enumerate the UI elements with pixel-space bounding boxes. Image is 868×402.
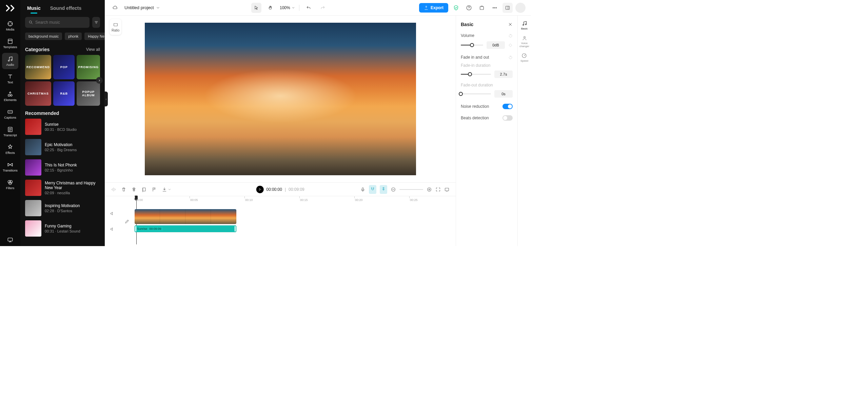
fade-in-slider[interactable] — [461, 74, 491, 75]
rail-item-transitions[interactable]: Transitions — [2, 159, 18, 175]
cloud-sync-icon[interactable] — [110, 3, 120, 13]
recommended-title: Recommended — [25, 110, 59, 116]
rail-item-elements[interactable]: Elements — [2, 88, 18, 104]
panel-toggle-button[interactable] — [502, 3, 513, 13]
category-card[interactable]: POP — [53, 55, 75, 79]
chip[interactable]: phonk — [65, 33, 82, 40]
ratio-button[interactable]: Ratio — [110, 19, 121, 35]
chevron-down-icon — [156, 6, 160, 10]
tab-sound-effects[interactable]: Sound effects — [50, 5, 82, 11]
search-music-box[interactable] — [25, 17, 90, 28]
category-card[interactable]: POPUP ALBUM — [77, 81, 100, 106]
audio-clip-name: Sunrise — [137, 227, 147, 230]
redo-button[interactable] — [318, 3, 328, 13]
split-icon[interactable] — [111, 187, 116, 192]
inspector-tab-basic[interactable]: Basic — [521, 20, 528, 30]
fade-in-label: Fade-in duration — [461, 63, 513, 68]
categories-view-all[interactable]: View all — [86, 47, 100, 52]
waveform — [163, 227, 234, 231]
reset-icon[interactable] — [508, 34, 513, 38]
timeline-zoom-slider[interactable] — [399, 189, 423, 190]
category-card[interactable]: CHRISTMAS — [25, 81, 51, 106]
rail-item-filters[interactable]: Filters — [2, 176, 18, 193]
track-item[interactable]: This Is Not Phonk 02:15 · Bgnzinho — [25, 159, 100, 176]
mic-icon[interactable] — [360, 187, 366, 192]
project-name[interactable]: Untitled project — [124, 5, 160, 10]
svg-point-25 — [524, 37, 525, 38]
shield-icon[interactable] — [451, 3, 461, 13]
video-clip[interactable] — [135, 209, 236, 224]
play-button[interactable] — [256, 186, 263, 193]
video-preview[interactable] — [145, 23, 416, 175]
volume-label: Volume — [461, 33, 474, 38]
search-input[interactable] — [35, 20, 86, 25]
unknown-tool-icon[interactable] — [477, 3, 487, 13]
track-meta: 02:28 · D'Santos — [45, 209, 80, 213]
collapse-side-panel[interactable]: ‹ — [104, 92, 108, 106]
rail-item-captions[interactable]: Captions — [2, 106, 18, 122]
category-card[interactable]: R&B — [53, 81, 75, 106]
fullscreen-icon[interactable] — [444, 187, 450, 192]
noise-reduction-toggle[interactable] — [502, 104, 513, 109]
chip[interactable]: Happy Ne — [84, 33, 105, 40]
zoom-out-icon[interactable] — [391, 187, 396, 192]
fade-out-value[interactable]: 0s — [494, 90, 513, 98]
category-card[interactable]: PROMISING — [77, 55, 100, 79]
track-item[interactable]: Merry Christmas and Happy New Year 02:09… — [25, 180, 100, 196]
volume-slider[interactable] — [461, 45, 483, 45]
volume-value[interactable]: 0dB — [487, 41, 505, 49]
track-mute-icon[interactable] — [110, 226, 115, 232]
hand-tool[interactable] — [265, 3, 276, 13]
category-card[interactable]: RECOMMEND — [25, 55, 51, 79]
help-icon[interactable] — [464, 3, 474, 13]
timeline-ruler[interactable]: 00:0000:0500:1000:1500:2000:25 — [135, 196, 456, 202]
cursor-tool[interactable] — [251, 3, 261, 13]
tab-music[interactable]: Music — [27, 5, 41, 11]
track-item[interactable]: Inspiring Motivation 02:28 · D'Santos — [25, 200, 100, 216]
crop-icon[interactable] — [131, 187, 137, 192]
user-avatar[interactable] — [515, 3, 526, 13]
export-button[interactable]: Export — [419, 3, 448, 13]
filter-button[interactable] — [92, 17, 100, 28]
snap-icon[interactable] — [380, 185, 387, 194]
fade-in-value[interactable]: 2.7s — [494, 71, 513, 78]
magnet-icon[interactable] — [369, 185, 376, 194]
undo-button[interactable] — [303, 3, 314, 13]
rail-item-feedback[interactable] — [2, 234, 18, 246]
flag-icon[interactable] — [152, 187, 157, 192]
track-item[interactable]: Sunrise 00:31 · BCD Studio — [25, 119, 100, 135]
beats-detection-toggle[interactable] — [502, 115, 513, 121]
clip-handle-right[interactable] — [235, 226, 236, 232]
track-meta: 02:25 · Big Dreams — [45, 148, 77, 152]
zoom-level[interactable]: 100% — [280, 5, 295, 10]
rail-item-transcript[interactable]: Transcript — [2, 123, 18, 140]
keyframe-icon[interactable] — [508, 43, 513, 47]
chip[interactable]: background music — [25, 33, 62, 40]
preview-area[interactable]: Ratio ‹ — [105, 16, 456, 182]
timeline[interactable]: 00:0000:0500:1000:1500:2000:25 Sunrise 0… — [105, 196, 456, 246]
categories-next-button[interactable]: › — [96, 77, 103, 84]
app-logo[interactable] — [5, 3, 16, 14]
track-edit-icon[interactable] — [124, 219, 130, 224]
close-icon[interactable] — [508, 22, 513, 27]
fit-icon[interactable] — [435, 187, 441, 192]
rail-item-audio[interactable]: Audio — [2, 53, 18, 69]
zoom-in-icon[interactable] — [427, 187, 432, 192]
track-mute-icon[interactable] — [110, 211, 115, 216]
clip-handle-left[interactable] — [135, 226, 136, 232]
reset-icon[interactable] — [508, 55, 513, 60]
more-icon[interactable] — [490, 3, 500, 13]
rail-item-media[interactable]: Media — [2, 18, 18, 34]
marker-icon[interactable] — [141, 187, 147, 192]
audio-clip[interactable]: Sunrise 00:09:09 — [135, 225, 236, 232]
download-dropdown[interactable] — [162, 187, 171, 192]
rail-item-effects[interactable]: Effects — [2, 141, 18, 157]
delete-icon[interactable] — [121, 187, 126, 192]
track-item[interactable]: Epic Motivation 02:25 · Big Dreams — [25, 139, 100, 155]
track-item[interactable]: Funny Gaming 00:31 · Lestari Sound — [25, 220, 100, 237]
rail-item-text[interactable]: Text — [2, 71, 18, 87]
rail-item-templates[interactable]: Templates — [2, 35, 18, 52]
inspector-tab-speed[interactable]: Speed — [520, 53, 528, 62]
inspector-tab-voice-changer[interactable]: Voice changer — [518, 35, 531, 48]
fade-out-slider[interactable] — [461, 94, 491, 94]
